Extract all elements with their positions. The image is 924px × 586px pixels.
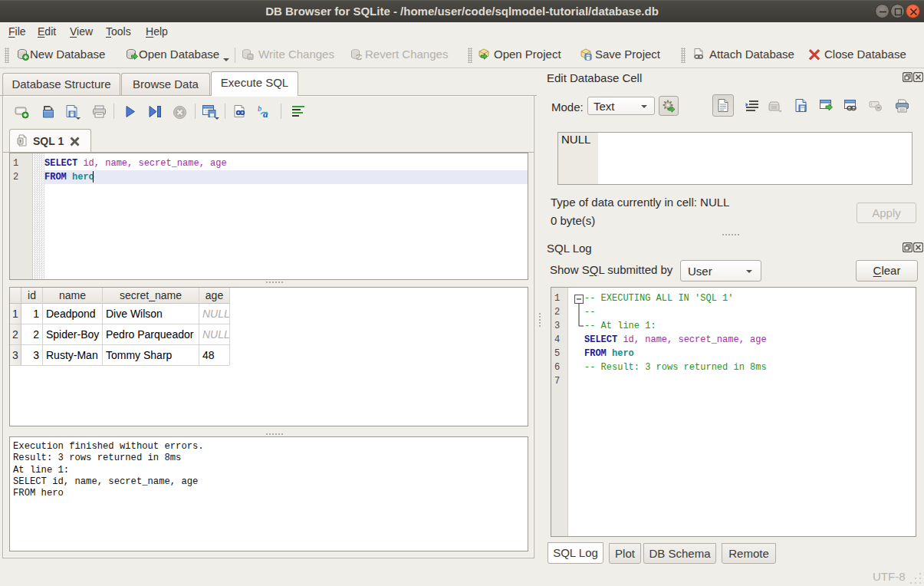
svg-text:b: b — [258, 104, 261, 113]
